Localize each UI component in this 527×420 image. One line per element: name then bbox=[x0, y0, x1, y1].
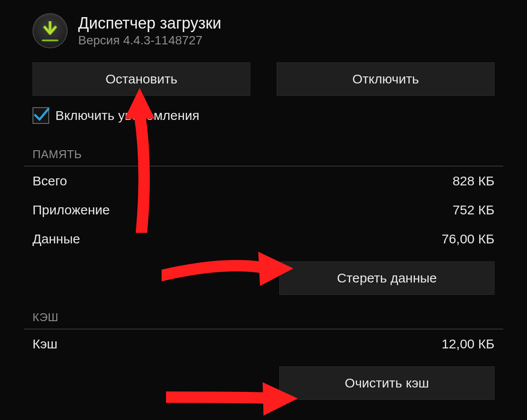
memory-total-value: 828 КБ bbox=[452, 174, 495, 188]
notifications-row[interactable]: Включить уведомления bbox=[0, 104, 527, 135]
memory-row-total: Всего 828 КБ bbox=[24, 167, 503, 196]
cache-label: Кэш bbox=[32, 337, 58, 351]
clear-data-label: Стереть данные bbox=[337, 271, 437, 286]
action-button-row: Остановить Отключить bbox=[0, 57, 527, 104]
notifications-checkbox[interactable] bbox=[32, 107, 49, 124]
app-info-screen: Диспетчер загрузки Версия 4.4.3-1148727 … bbox=[0, 0, 527, 420]
memory-total-label: Всего bbox=[32, 174, 67, 188]
memory-app-value: 752 КБ bbox=[452, 203, 495, 217]
clear-data-row: Стереть данные bbox=[24, 253, 503, 298]
memory-section: ПАМЯТЬ Всего 828 КБ Приложение 752 КБ Да… bbox=[0, 135, 527, 298]
memory-data-value: 76,00 КБ bbox=[441, 232, 495, 246]
disable-button-label: Отключить bbox=[352, 72, 419, 87]
download-manager-icon bbox=[32, 13, 68, 48]
notifications-label: Включить уведомления bbox=[55, 108, 199, 123]
memory-row-app: Приложение 752 КБ bbox=[24, 196, 503, 224]
app-version: Версия 4.4.3-1148727 bbox=[78, 33, 221, 47]
memory-app-label: Приложение bbox=[32, 203, 110, 217]
app-header: Диспетчер загрузки Версия 4.4.3-1148727 bbox=[0, 0, 527, 57]
memory-data-label: Данные bbox=[32, 232, 80, 246]
cache-value: 12,00 КБ bbox=[441, 337, 495, 351]
stop-button[interactable]: Остановить bbox=[32, 62, 250, 96]
clear-cache-row: Очистить кэш bbox=[24, 358, 503, 403]
cache-section: КЭШ Кэш 12,00 КБ Очистить кэш bbox=[0, 298, 527, 403]
cache-section-title: КЭШ bbox=[24, 298, 503, 329]
memory-section-title: ПАМЯТЬ bbox=[24, 135, 503, 166]
disable-button[interactable]: Отключить bbox=[277, 62, 495, 96]
stop-button-label: Остановить bbox=[105, 72, 177, 87]
clear-data-button[interactable]: Стереть данные bbox=[279, 261, 495, 295]
memory-row-data: Данные 76,00 КБ bbox=[24, 224, 503, 253]
app-titles: Диспетчер загрузки Версия 4.4.3-1148727 bbox=[78, 14, 221, 47]
clear-cache-label: Очистить кэш bbox=[345, 376, 429, 391]
cache-row: Кэш 12,00 КБ bbox=[24, 329, 503, 358]
clear-cache-button[interactable]: Очистить кэш bbox=[279, 366, 495, 400]
app-name: Диспетчер загрузки bbox=[78, 14, 221, 32]
